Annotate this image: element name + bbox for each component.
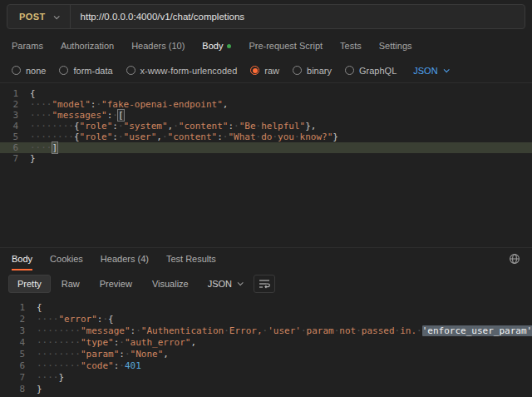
view-tab-preview[interactable]: Preview (91, 275, 141, 293)
code-line[interactable]: 7····} (0, 372, 532, 384)
response-tabs: Body Cookies Headers (4) Test Results (0, 247, 532, 270)
line-number: 2 (0, 99, 18, 110)
chevron-down-icon (53, 13, 59, 19)
code-line[interactable]: 6········"code":·401 (0, 360, 532, 372)
postman-app: POST http://0.0.0.0:4000/v1/chat/complet… (0, 0, 532, 397)
line-number: 7 (0, 372, 25, 384)
tab-body[interactable]: Body (202, 41, 231, 51)
response-tab-test-results[interactable]: Test Results (166, 248, 216, 270)
line-number: 4 (0, 337, 25, 349)
url-input[interactable]: http://0.0.0.0:4000/v1/chat/completions (71, 12, 255, 22)
line-number: 6 (0, 360, 25, 372)
code-line[interactable]: 5········"param":·"None", (0, 349, 532, 360)
radio-icon (345, 66, 354, 75)
body-modified-dot (227, 44, 231, 48)
response-view-controls: Pretty Raw Preview Visualize JSON (0, 270, 532, 297)
radio-icon (293, 66, 302, 75)
line-number: 6 (0, 142, 18, 153)
code-line[interactable]: 7} (0, 153, 532, 164)
radio-graphql[interactable]: GraphQL (345, 66, 397, 76)
response-tab-body[interactable]: Body (12, 248, 32, 270)
code-line[interactable]: 3····"messages":·[ (0, 110, 532, 121)
code-line[interactable]: 8} (0, 384, 532, 395)
body-format-select[interactable]: JSON (413, 66, 447, 76)
tab-pre-request-script[interactable]: Pre-request Script (249, 41, 323, 51)
code-line[interactable]: 2····"model":·"fake-openai-endpoint", (0, 99, 532, 110)
response-format-select[interactable]: JSON (208, 279, 242, 289)
tab-settings[interactable]: Settings (379, 41, 412, 51)
radio-selected-icon (250, 66, 259, 75)
radio-icon (59, 66, 68, 75)
response-editor-lines[interactable]: 1{2····"error":·{3········"message":·"Au… (0, 297, 532, 397)
radio-x-www-form-urlencoded[interactable]: x-www-form-urlencoded (126, 66, 238, 76)
line-number: 5 (0, 349, 25, 360)
tab-params[interactable]: Params (12, 41, 43, 51)
line-number: 1 (0, 302, 25, 314)
request-url-row: POST http://0.0.0.0:4000/v1/chat/complet… (0, 0, 532, 33)
line-number: 8 (0, 384, 25, 395)
line-number: 2 (0, 314, 25, 325)
radio-raw[interactable]: raw (250, 66, 279, 76)
code-line[interactable]: 2····"error":·{ (0, 314, 532, 325)
url-box: POST http://0.0.0.0:4000/v1/chat/complet… (7, 4, 525, 29)
line-number: 7 (0, 153, 18, 164)
line-number: 1 (0, 88, 18, 99)
method-label: POST (19, 12, 46, 22)
radio-form-data[interactable]: form-data (59, 66, 112, 76)
radio-none[interactable]: none (12, 66, 46, 76)
code-line[interactable]: 4········{"role":·"system",·"content":·"… (0, 121, 532, 132)
code-line[interactable]: 5········{"role":·"user",·"content":·"Wh… (0, 132, 532, 142)
tab-headers[interactable]: Headers (10) (131, 41, 185, 51)
chevron-down-icon (238, 280, 244, 285)
request-editor-lines[interactable]: 1{2····"model":·"fake-openai-endpoint",3… (0, 83, 532, 247)
tab-tests[interactable]: Tests (340, 41, 362, 51)
code-line[interactable]: 1{ (0, 302, 532, 314)
response-tab-headers[interactable]: Headers (4) (101, 248, 149, 270)
response-tab-cookies[interactable]: Cookies (50, 248, 83, 270)
line-number: 3 (0, 325, 25, 337)
method-select[interactable]: POST (7, 5, 70, 28)
code-line[interactable]: 3········"message":·"Authentication·Erro… (0, 325, 532, 337)
line-number: 4 (0, 121, 18, 132)
globe-icon[interactable] (509, 253, 520, 265)
tab-authorization[interactable]: Authorization (61, 41, 114, 51)
code-line[interactable]: 6····] (0, 142, 532, 153)
radio-icon (12, 66, 21, 75)
radio-binary[interactable]: binary (293, 66, 332, 76)
code-line[interactable]: 1{ (0, 88, 532, 99)
request-tabs: Params Authorization Headers (10) Body P… (0, 33, 532, 58)
view-tab-pretty[interactable]: Pretty (8, 275, 51, 293)
chevron-down-icon (443, 67, 449, 72)
radio-icon (126, 66, 135, 75)
line-number: 3 (0, 110, 18, 121)
view-tab-raw[interactable]: Raw (52, 275, 89, 293)
line-number: 5 (0, 132, 18, 142)
view-tab-visualize[interactable]: Visualize (143, 275, 198, 293)
body-type-row: none form-data x-www-form-urlencoded raw… (0, 58, 532, 83)
wrap-lines-button[interactable] (254, 275, 275, 293)
code-line[interactable]: 4········"type":·"auth_error", (0, 337, 532, 349)
